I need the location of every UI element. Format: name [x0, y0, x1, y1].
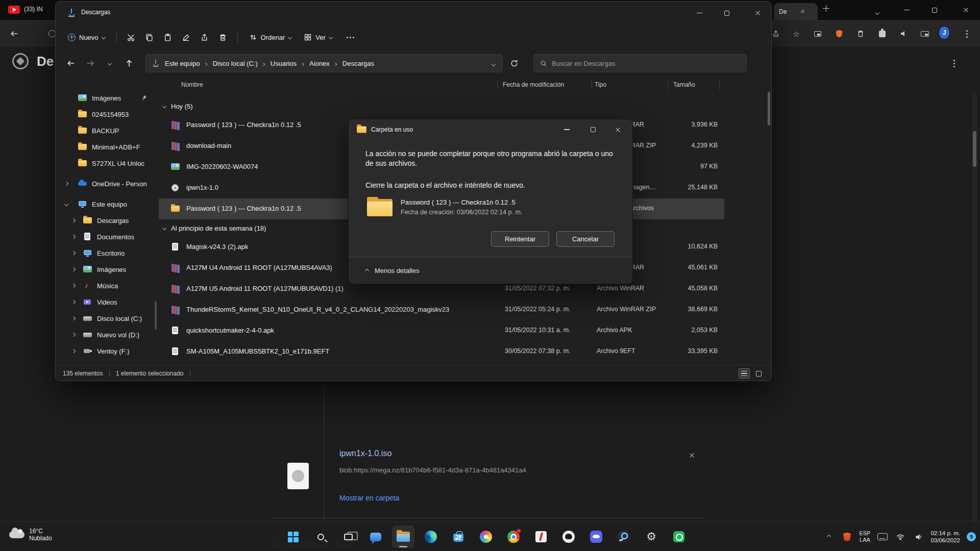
- new-tab-button[interactable]: [823, 5, 829, 12]
- language-indicator[interactable]: ESP LAA: [859, 530, 870, 543]
- column-divider[interactable]: [668, 80, 668, 90]
- tab-close-icon[interactable]: [800, 9, 805, 14]
- active-tab[interactable]: De: [774, 3, 818, 20]
- file-list-scrollbar-thumb[interactable]: [768, 92, 770, 126]
- cut-button[interactable]: [123, 29, 139, 45]
- nav-forward-button[interactable]: [82, 55, 99, 71]
- sidebar-item-disk-c[interactable]: Disco local (C:): [59, 310, 154, 327]
- download-item-close-button[interactable]: [686, 449, 697, 461]
- download-filename-link[interactable]: ipwn1x-1.0.iso: [339, 449, 391, 458]
- large-icons-view-button[interactable]: [753, 368, 764, 379]
- breadcrumb-separator[interactable]: ›: [205, 59, 208, 68]
- settings-button[interactable]: ⚙: [640, 525, 663, 548]
- dialog-maximize-button[interactable]: [580, 119, 606, 140]
- more-options-button[interactable]: [342, 29, 359, 45]
- explorer-maximize-button[interactable]: [715, 2, 739, 24]
- chevron-right-icon[interactable]: [64, 182, 68, 186]
- sidebar-item-desktop[interactable]: Escritorio: [59, 245, 154, 261]
- dialog-titlebar[interactable]: Carpeta en uso: [349, 119, 632, 141]
- address-bar[interactable]: Este equipo› Disco local (C:)› Usuarios›…: [145, 54, 503, 72]
- tray-app-button[interactable]: [841, 531, 852, 543]
- history-clear-button[interactable]: [855, 29, 866, 39]
- github-button[interactable]: [557, 525, 580, 548]
- picture-in-picture-button[interactable]: [813, 29, 823, 39]
- dialog-minimize-button[interactable]: [554, 119, 579, 140]
- search-input[interactable]: [552, 60, 740, 67]
- clock-widget[interactable]: 02:14 p. m. 03/06/2022: [930, 530, 960, 544]
- start-button[interactable]: [282, 525, 304, 548]
- chrome-button[interactable]: [502, 525, 525, 548]
- cancel-button[interactable]: Cancelar: [556, 231, 615, 247]
- nav-up-button[interactable]: [121, 55, 137, 71]
- sidebar-item-folder[interactable]: Minimal+ADB+F: [59, 139, 154, 155]
- page-scrollbar[interactable]: [972, 94, 977, 551]
- sidebar-item-videos[interactable]: Videos: [59, 294, 154, 310]
- chevron-right-icon[interactable]: [71, 333, 76, 337]
- file-row[interactable]: quickshortcutmaker-2-4-0.apk 31/05/2022 …: [159, 320, 724, 341]
- details-view-button[interactable]: [739, 368, 750, 379]
- sidebar-item-ventoy[interactable]: Ventoy (F:): [59, 343, 154, 359]
- paste-button[interactable]: [160, 29, 176, 45]
- tab-search-button[interactable]: [876, 7, 879, 16]
- column-header-type[interactable]: Tipo: [595, 81, 606, 88]
- task-view-button[interactable]: [337, 525, 359, 548]
- network-volume-button[interactable]: [895, 531, 906, 543]
- chevron-right-icon[interactable]: [71, 218, 76, 222]
- scrollbar-thumb[interactable]: [973, 131, 976, 167]
- rename-button[interactable]: [178, 29, 194, 45]
- recent-locations-button[interactable]: [102, 55, 118, 71]
- store-button[interactable]: [447, 525, 470, 548]
- browser-minimize-button[interactable]: [895, 0, 918, 20]
- delete-button[interactable]: [215, 29, 231, 45]
- sidebar-item-folder[interactable]: 0245154953: [59, 106, 154, 122]
- dialog-close-button[interactable]: [605, 119, 630, 140]
- new-button[interactable]: Nuevo: [63, 30, 110, 45]
- notification-count-badge[interactable]: 9: [967, 532, 976, 541]
- breadcrumb-user[interactable]: Aionex: [306, 58, 333, 69]
- steam-button[interactable]: [612, 525, 635, 548]
- page-menu-button[interactable]: [953, 57, 955, 66]
- group-header-today[interactable]: Hoy (5): [157, 97, 772, 115]
- discord-button[interactable]: [585, 525, 607, 548]
- sort-button[interactable]: Ordenar: [244, 30, 297, 45]
- cast-button[interactable]: [920, 29, 930, 39]
- column-header-date[interactable]: Fecha de modificación: [503, 81, 564, 88]
- chevron-down-icon[interactable]: [64, 202, 68, 206]
- explorer-minimize-button[interactable]: [688, 2, 711, 24]
- breadcrumb-this-pc[interactable]: Este equipo: [161, 58, 204, 69]
- show-in-folder-link[interactable]: Mostrar en carpeta: [339, 494, 400, 502]
- sidebar-item-folder[interactable]: BACKUP: [59, 122, 154, 139]
- refresh-button[interactable]: [506, 55, 522, 71]
- sidebar-item-music[interactable]: ♪ Música: [59, 278, 154, 294]
- chevron-right-icon[interactable]: [71, 284, 76, 288]
- browser-close-button[interactable]: [954, 0, 977, 20]
- sidebar-item-downloads[interactable]: ↓ Descargas: [59, 212, 154, 229]
- breadcrumb-separator[interactable]: ›: [301, 59, 305, 68]
- nav-back-button[interactable]: [63, 55, 79, 71]
- sidebar-item-documents[interactable]: Documentos: [59, 229, 154, 245]
- sidebar-item-pictures[interactable]: Imágenes: [59, 261, 154, 278]
- breadcrumb-downloads[interactable]: Descargas: [339, 58, 378, 69]
- file-row[interactable]: SM-A105M_A105MUBS5BTK2_10_e171b.9EFT 30/…: [159, 341, 724, 361]
- sidebar-item-pictures-pinned[interactable]: Imágenes: [59, 90, 154, 106]
- search-button[interactable]: [309, 525, 332, 548]
- sidebar-item-onedrive[interactable]: OneDrive - Person: [59, 176, 154, 192]
- volume-button[interactable]: [913, 531, 924, 543]
- chevron-right-icon[interactable]: [71, 251, 76, 255]
- address-dropdown-button[interactable]: [492, 59, 497, 68]
- share-button-explorer[interactable]: [197, 29, 213, 45]
- browser-back-button[interactable]: [9, 29, 19, 39]
- search-box[interactable]: [533, 54, 747, 72]
- photos-button[interactable]: [475, 525, 497, 548]
- sidebar-item-folder[interactable]: S727XL U4 Unloc: [59, 155, 154, 171]
- breadcrumb-users[interactable]: Usuarios: [267, 58, 300, 69]
- touch-keyboard-button[interactable]: [877, 531, 888, 543]
- column-header-name[interactable]: Nombre: [181, 81, 203, 88]
- extensions-button[interactable]: [877, 29, 887, 39]
- column-divider[interactable]: [719, 80, 720, 90]
- sidebar-item-this-pc[interactable]: Este equipo: [59, 196, 154, 212]
- bookmark-button[interactable]: ☆: [791, 29, 801, 39]
- breadcrumb-separator[interactable]: ›: [262, 59, 266, 68]
- retry-button[interactable]: Reintentar: [491, 231, 549, 247]
- chevron-right-icon[interactable]: [71, 300, 76, 304]
